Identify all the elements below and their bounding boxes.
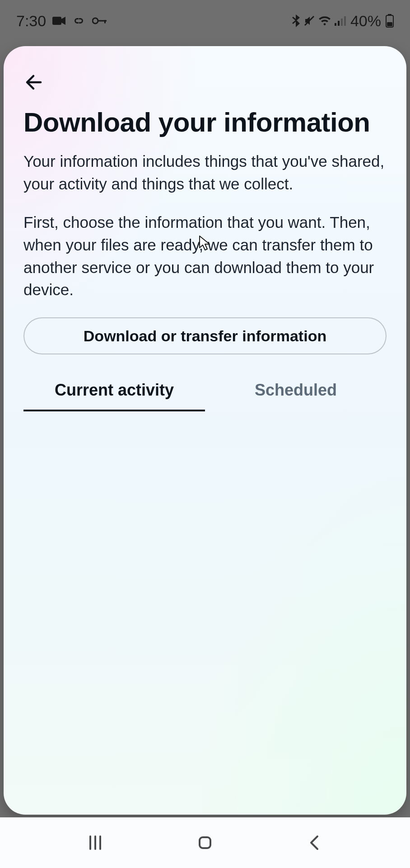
download-transfer-button-label: Download or transfer information <box>84 327 326 345</box>
svg-point-1 <box>93 18 98 24</box>
svg-rect-0 <box>52 17 61 25</box>
svg-rect-3 <box>104 20 106 24</box>
download-transfer-button[interactable]: Download or transfer information <box>23 317 387 354</box>
svg-rect-15 <box>200 837 210 848</box>
nav-home-button[interactable] <box>189 830 221 855</box>
battery-percent: 40% <box>350 12 381 30</box>
recent-apps-icon <box>86 834 104 852</box>
nav-back-button[interactable] <box>299 830 331 855</box>
svg-rect-8 <box>344 16 346 26</box>
status-bar: 7:30 40% <box>0 0 410 42</box>
status-left: 7:30 <box>16 12 107 30</box>
status-time: 7:30 <box>16 12 46 30</box>
intro-paragraph-1: Your information includes things that yo… <box>23 150 387 195</box>
signal-icon <box>334 15 346 26</box>
link-icon <box>72 16 86 26</box>
svg-rect-11 <box>387 22 392 26</box>
camera-icon <box>52 16 66 26</box>
home-icon <box>196 834 214 852</box>
tab-current-activity[interactable]: Current activity <box>23 373 205 411</box>
key-icon <box>92 17 107 25</box>
download-info-modal: Download your information Your informati… <box>4 46 406 815</box>
android-navbar <box>0 817 410 868</box>
battery-icon <box>386 14 394 28</box>
bluetooth-icon <box>292 14 301 28</box>
page-title: Download your information <box>23 108 387 137</box>
wifi-icon <box>318 15 331 26</box>
mute-icon <box>303 15 315 27</box>
intro-paragraph-2: First, choose the information that you w… <box>23 211 387 301</box>
arrow-left-icon <box>23 72 43 92</box>
tab-scheduled[interactable]: Scheduled <box>205 373 387 411</box>
svg-rect-7 <box>341 19 343 26</box>
status-right: 40% <box>292 12 394 30</box>
nav-recent-button[interactable] <box>79 830 111 855</box>
chevron-left-icon <box>306 834 324 852</box>
svg-rect-5 <box>335 23 336 26</box>
activity-tabs: Current activity Scheduled <box>23 373 387 411</box>
svg-rect-6 <box>338 21 340 26</box>
back-button[interactable] <box>23 69 51 96</box>
